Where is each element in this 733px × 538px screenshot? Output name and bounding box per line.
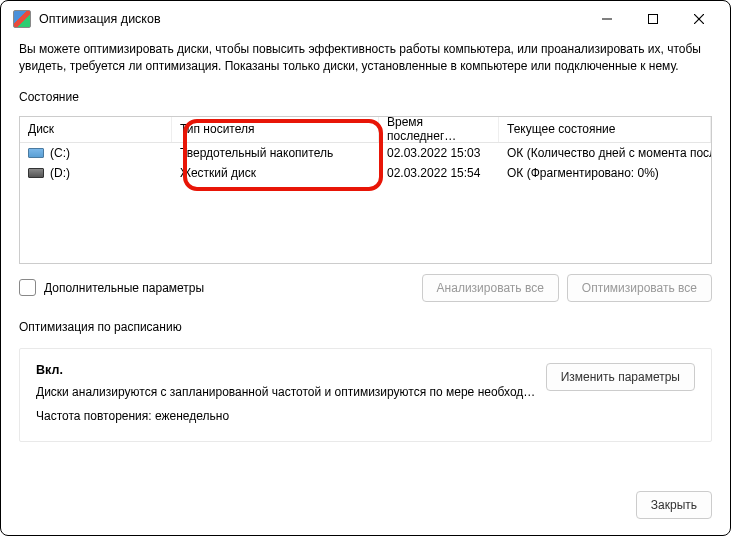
disk-status: ОК (Количество дней с момента посл…: [499, 146, 711, 160]
titlebar: Оптимизация дисков: [1, 1, 730, 37]
col-disk[interactable]: Диск: [20, 117, 172, 142]
close-button[interactable]: [676, 4, 722, 34]
change-settings-button[interactable]: Изменить параметры: [546, 363, 695, 391]
disk-last: 02.03.2022 15:54: [379, 166, 499, 180]
disk-name: (D:): [50, 166, 70, 180]
optimize-drives-window: Оптимизация дисков Вы можете оптимизиров…: [0, 0, 731, 536]
svg-rect-1: [649, 15, 658, 24]
disk-last: 02.03.2022 15:03: [379, 146, 499, 160]
optimize-all-button[interactable]: Оптимизировать все: [567, 274, 712, 302]
minimize-icon: [602, 14, 612, 24]
hdd-icon: [28, 168, 44, 178]
col-status[interactable]: Текущее состояние: [499, 117, 711, 142]
close-dialog-button[interactable]: Закрыть: [636, 491, 712, 519]
schedule-description: Диски анализируются с запланированной ча…: [36, 385, 546, 399]
schedule-frequency: Частота повторения: еженедельно: [36, 409, 546, 423]
minimize-button[interactable]: [584, 4, 630, 34]
col-type[interactable]: Тип носителя: [172, 117, 379, 142]
disk-type: Жесткий диск: [172, 166, 379, 180]
schedule-panel: Вкл. Диски анализируются с запланированн…: [19, 348, 712, 442]
close-icon: [694, 14, 704, 24]
window-title: Оптимизация дисков: [39, 12, 161, 26]
app-icon: [13, 10, 31, 28]
maximize-icon: [648, 14, 658, 24]
disk-row[interactable]: (C:) Твердотельный накопитель 02.03.2022…: [20, 143, 711, 163]
disk-list-header: Диск Тип носителя Время последнег… Текущ…: [20, 117, 711, 143]
schedule-state: Вкл.: [36, 363, 546, 377]
analyze-all-button[interactable]: Анализировать все: [422, 274, 559, 302]
advanced-checkbox[interactable]: [19, 279, 36, 296]
ssd-icon: [28, 148, 44, 158]
disk-status: ОК (Фрагментировано: 0%): [499, 166, 711, 180]
disk-name: (C:): [50, 146, 70, 160]
advanced-label: Дополнительные параметры: [44, 281, 204, 295]
description-text: Вы можете оптимизировать диски, чтобы по…: [19, 41, 712, 76]
maximize-button[interactable]: [630, 4, 676, 34]
footer: Закрыть: [1, 477, 730, 535]
disk-list[interactable]: Диск Тип носителя Время последнег… Текущ…: [19, 116, 712, 264]
col-last[interactable]: Время последнег…: [379, 117, 499, 142]
schedule-section-label: Оптимизация по расписанию: [19, 320, 712, 334]
disk-row[interactable]: (D:) Жесткий диск 02.03.2022 15:54 ОК (Ф…: [20, 163, 711, 183]
state-section-label: Состояние: [19, 90, 712, 104]
disk-type: Твердотельный накопитель: [172, 146, 379, 160]
